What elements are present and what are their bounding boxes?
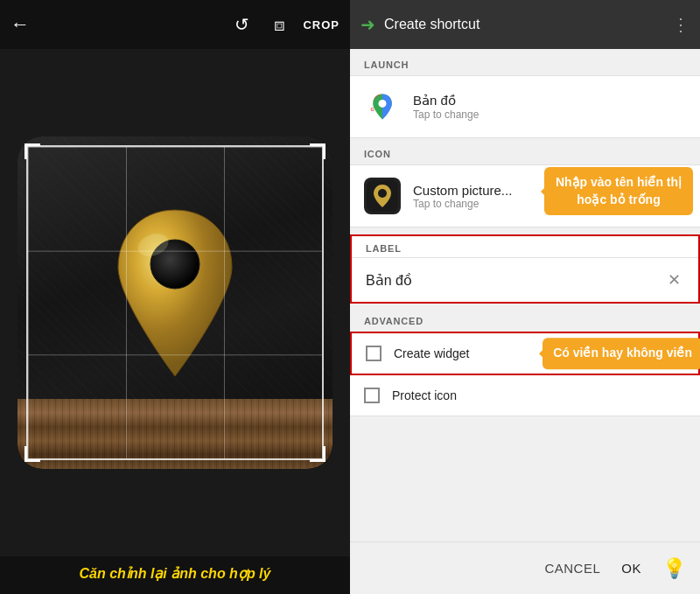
bulb-icon[interactable]: 💡	[662, 557, 686, 580]
clear-button[interactable]: ✕	[664, 267, 684, 293]
icon-tooltip: Nhập vào tên hiển thị hoặc bỏ trống	[544, 167, 693, 215]
svg-point-3	[379, 100, 387, 108]
svg-point-6	[378, 189, 387, 198]
pin-icon	[105, 201, 245, 376]
icon-section-header: ICON	[350, 138, 700, 164]
protect-icon-label: Protect icon	[392, 388, 457, 402]
maps-app-icon: G	[364, 88, 401, 125]
app-icon-container	[18, 136, 332, 469]
left-panel: ← ↺ ⧈ CROP	[0, 0, 350, 594]
launch-tap-change: Tap to change	[413, 108, 479, 121]
svg-text:G: G	[371, 107, 374, 112]
toolbar-title: Create shortcut	[384, 17, 663, 32]
wood-bar	[18, 399, 332, 469]
create-widget-tooltip: Có viền hay không viền	[542, 338, 700, 369]
launch-row[interactable]: G Bản đồ Tap to change	[350, 75, 700, 138]
rotate-icon[interactable]: ↺	[234, 14, 249, 35]
create-widget-row[interactable]: Create widget Có viền hay không viền	[350, 332, 700, 375]
icon-name: Custom picture...	[413, 183, 512, 198]
launch-text-area: Bản đồ Tap to change	[413, 93, 479, 121]
advanced-section: ADVANCED Create widget Có viền hay không…	[350, 307, 700, 416]
crop-label: CROP	[303, 18, 340, 31]
cancel-button[interactable]: Cancel	[544, 561, 600, 576]
right-content: LAUNCH G Bản đồ Tap to change ICON	[350, 49, 700, 542]
icon-text-area: Custom picture... Tap to change	[413, 183, 512, 210]
app-name: Bản đồ	[413, 93, 479, 108]
create-widget-label: Create widget	[394, 346, 469, 360]
icon-row[interactable]: Custom picture... Tap to change Nhập vào…	[350, 164, 700, 227]
launch-section-header: LAUNCH	[350, 49, 700, 75]
left-toolbar: ← ↺ ⧈ CROP	[0, 0, 350, 49]
back-button[interactable]: ←	[10, 13, 30, 36]
ok-button[interactable]: OK	[621, 561, 641, 576]
more-options-icon[interactable]: ⋮	[672, 14, 690, 35]
label-input-row: ✕	[352, 258, 698, 302]
label-box: LABEL ✕	[350, 234, 700, 304]
protect-icon-checkbox[interactable]	[364, 388, 380, 403]
app-icon-image	[18, 136, 332, 469]
forward-icon: ➜	[360, 14, 375, 35]
caption-text: Căn chỉnh lại ảnh cho hợp lý	[14, 565, 336, 582]
protect-icon-row[interactable]: Protect icon	[350, 375, 700, 416]
image-area	[0, 49, 350, 556]
crop-toggle-icon[interactable]: ⧈	[274, 15, 285, 35]
right-toolbar: ➜ Create shortcut ⋮	[350, 0, 700, 49]
custom-icon	[364, 178, 401, 214]
bottom-caption: Căn chỉnh lại ảnh cho hợp lý	[0, 556, 350, 594]
right-panel: ➜ Create shortcut ⋮ LAUNCH G Bản đồ Tap	[350, 0, 700, 594]
label-header: LABEL	[352, 236, 698, 258]
bottom-actions: Cancel OK 💡	[350, 542, 700, 594]
label-input[interactable]	[366, 272, 664, 288]
label-section: LABEL ✕	[350, 234, 700, 304]
advanced-header: ADVANCED	[350, 307, 700, 332]
icon-tap-change: Tap to change	[413, 198, 512, 210]
create-widget-checkbox[interactable]	[366, 346, 382, 361]
